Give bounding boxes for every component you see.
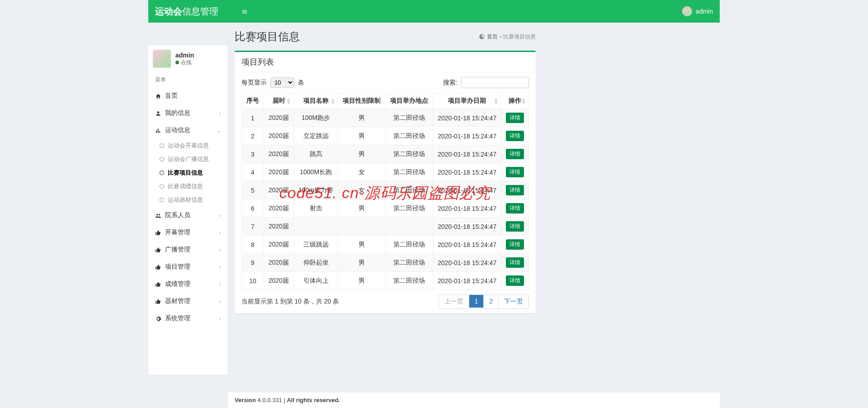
- column-header[interactable]: 序号▲▼: [242, 93, 264, 109]
- column-header[interactable]: 项目举办日期▲▼: [433, 93, 501, 109]
- sidebar-item-myinfo[interactable]: 我的信息‹: [148, 104, 227, 122]
- detail-button[interactable]: 详情: [506, 203, 524, 213]
- cell-action: 详情: [501, 127, 529, 145]
- cell-gender: 男: [338, 109, 386, 127]
- datatable-length: 每页显示 102550100 条: [241, 77, 304, 88]
- page-2[interactable]: 2: [484, 295, 498, 308]
- cell-action: 详情: [501, 199, 529, 218]
- column-header[interactable]: 项目性别限制▲▼: [338, 93, 386, 109]
- sidebar-item-label: 我的信息: [165, 109, 190, 117]
- detail-button[interactable]: 详情: [506, 113, 524, 123]
- search-input[interactable]: [461, 77, 529, 88]
- cell-action: 详情: [501, 218, 529, 236]
- length-select[interactable]: 102550100: [270, 77, 294, 88]
- home-icon: [155, 92, 161, 100]
- table-row: 102020届引体向上男第二田径场2020-01-18 15:24:47详情: [242, 272, 529, 290]
- column-header[interactable]: 项目名称▲▼: [294, 93, 338, 109]
- detail-button[interactable]: 详情: [506, 185, 524, 195]
- table-header-row: 序号▲▼届时▲▼项目名称▲▼项目性别限制▲▼项目举办地点▲▼项目举办日期▲▼操作…: [242, 93, 529, 109]
- sidebar-avatar-icon: [153, 50, 171, 68]
- sidebar-item-label: 院系人员: [165, 211, 190, 219]
- table-row: 52020届100m接力赛女第二田径场2020-01-18 15:24:47详情: [242, 181, 529, 199]
- circle-icon: [160, 198, 164, 202]
- cell-action: 详情: [501, 181, 529, 199]
- cell-session: 2020届: [264, 272, 294, 290]
- sidebar-item-broadcast-mgmt[interactable]: 广播管理‹: [148, 241, 227, 258]
- column-header[interactable]: 项目举办地点▲▼: [386, 93, 433, 109]
- sidebar-subitem-scores[interactable]: 比赛成绩信息: [148, 180, 227, 193]
- sidebar-subitem-equipment[interactable]: 运动器材信息: [148, 193, 227, 207]
- chevron-left-icon: ‹: [219, 247, 221, 252]
- sidebar-item-sys-mgmt[interactable]: 系统管理‹: [148, 310, 227, 327]
- cell-date: 2020-01-18 15:24:47: [433, 236, 501, 254]
- sidebar-item-open-mgmt[interactable]: 开幕管理‹: [148, 224, 227, 241]
- hamburger-icon: [241, 9, 248, 15]
- detail-button[interactable]: 详情: [506, 221, 524, 232]
- cell-action: 详情: [501, 163, 529, 181]
- sidebar-menu: 首页我的信息‹运动信息⌄运动会开幕信息运动会广播信息比赛项目信息比赛成绩信息运动…: [148, 87, 227, 327]
- cell-place: 第二田径场: [386, 236, 433, 254]
- detail-button[interactable]: 详情: [506, 257, 524, 268]
- chevron-down-icon: ⌄: [217, 128, 221, 133]
- cell-place: 第二田径场: [386, 272, 433, 290]
- cell-name: 1000M长跑: [294, 163, 338, 181]
- cell-gender: 女: [338, 163, 386, 181]
- sort-icon: ▲▼: [330, 98, 335, 104]
- sidebar-item-faculty[interactable]: 院系人员‹: [148, 207, 227, 224]
- sidebar-item-sports[interactable]: 运动信息⌄: [148, 122, 227, 139]
- cell-place: 第二田径场: [386, 127, 433, 145]
- sidebar-item-score-mgmt[interactable]: 成绩管理‹: [148, 275, 227, 293]
- cell-idx: 9: [242, 254, 264, 272]
- cell-name: 跳高: [294, 145, 338, 163]
- sidebar-item-label: 广播管理: [165, 246, 190, 254]
- detail-button[interactable]: 详情: [506, 239, 524, 250]
- cell-name: 三级跳远: [294, 236, 338, 254]
- cell-date: 2020-01-18 15:24:47: [433, 218, 501, 236]
- data-table: 序号▲▼届时▲▼项目名称▲▼项目性别限制▲▼项目举办地点▲▼项目举办日期▲▼操作…: [241, 93, 529, 290]
- breadcrumb: 首页 › 比赛项目信息: [479, 33, 536, 41]
- cell-name: 射击: [294, 199, 338, 218]
- cell-idx: 4: [242, 163, 264, 181]
- sidebar-item-label: 开幕管理: [165, 228, 190, 237]
- logo[interactable]: 运动会信息管理: [148, 0, 228, 23]
- cell-action: 详情: [501, 272, 529, 290]
- chevron-left-icon: ‹: [219, 299, 221, 304]
- sidebar-subitem-opening[interactable]: 运动会开幕信息: [148, 139, 227, 152]
- page-1[interactable]: 1: [469, 295, 484, 308]
- cell-place: [386, 218, 433, 236]
- detail-button[interactable]: 详情: [506, 167, 524, 177]
- detail-button[interactable]: 详情: [506, 131, 524, 141]
- chevron-left-icon: ‹: [219, 265, 221, 270]
- cell-name: 立定跳远: [294, 127, 338, 145]
- thumb-icon: [155, 280, 161, 288]
- page-next[interactable]: 下一页: [499, 295, 528, 308]
- box: 项目列表 每页显示 102550100 条 搜索:: [235, 51, 536, 313]
- footer-version: 4.0.0.331: [258, 397, 282, 403]
- header-user-menu[interactable]: admin: [682, 6, 713, 16]
- sort-icon: ▲▼: [521, 98, 526, 104]
- cell-place: 第二田径场: [386, 199, 433, 218]
- detail-button[interactable]: 详情: [506, 275, 524, 286]
- breadcrumb-home[interactable]: 首页: [487, 33, 498, 41]
- sidebar-subitem-broadcast[interactable]: 运动会广播信息: [148, 152, 227, 166]
- cell-date: 2020-01-18 15:24:47: [433, 109, 501, 127]
- sidebar-item-home[interactable]: 首页: [148, 87, 227, 104]
- table-body: 12020届100M跑步男第二田径场2020-01-18 15:24:47详情2…: [242, 109, 529, 290]
- sidebar-toggle[interactable]: [235, 0, 255, 22]
- sidebar-item-label: 运动信息: [165, 126, 190, 134]
- cell-session: 2020届: [264, 254, 294, 272]
- column-header[interactable]: 操作▲▼: [501, 93, 529, 109]
- detail-button[interactable]: 详情: [506, 149, 524, 159]
- content-wrapper: 比赛项目信息 首页 › 比赛项目信息 项目列表 每页显示: [228, 23, 542, 392]
- sidebar-menu-header: 菜单: [148, 72, 227, 87]
- sidebar-subitem-match-item[interactable]: 比赛项目信息: [148, 166, 227, 180]
- cell-gender: 女: [338, 181, 386, 199]
- thumb-icon: [155, 298, 161, 305]
- sidebar-item-item-mgmt[interactable]: 项目管理‹: [148, 258, 227, 275]
- sidebar: admin 在线 菜单 首页我的信息‹运动信息⌄运动会开幕信息运动会广播信息比赛…: [148, 45, 228, 375]
- online-dot-icon: [175, 61, 179, 64]
- column-header[interactable]: 届时▲▼: [264, 93, 294, 109]
- cell-gender: 男: [338, 145, 386, 163]
- sort-icon: ▲▼: [494, 98, 498, 104]
- sidebar-item-equip-mgmt[interactable]: 器材管理‹: [148, 293, 227, 310]
